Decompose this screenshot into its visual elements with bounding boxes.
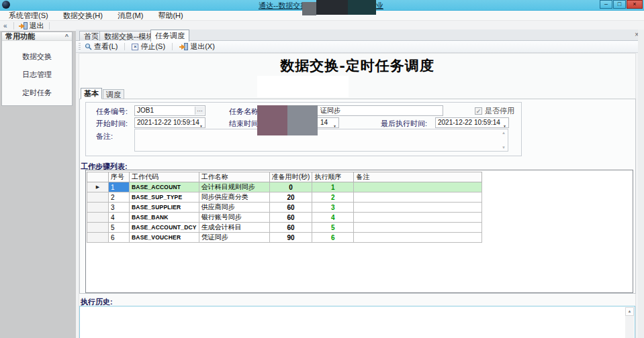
minimize-button[interactable]: – <box>600 0 612 9</box>
table-row[interactable]: 3 BASE_SUPPLIER 供应商同步 60 3 <box>87 203 482 213</box>
form-tab-schedule[interactable]: 调度 <box>103 89 124 99</box>
cell-prep[interactable]: 90 <box>269 233 312 243</box>
cell-code[interactable]: BASE_SUPPLIER <box>130 203 199 213</box>
col-prep[interactable]: 准备用时(秒) <box>269 172 312 182</box>
menu-data-exchange[interactable]: 数据交换(H) <box>56 11 110 21</box>
cell-name[interactable]: 会计科目规则同步 <box>199 182 269 192</box>
cell-remark[interactable] <box>354 213 482 223</box>
chevron-down-icon[interactable]: ▼ <box>333 121 336 128</box>
exit-door-icon <box>19 22 28 30</box>
last-exec-combo[interactable]: 2021-12-22 10:59:14 ▼ <box>435 117 509 128</box>
cell-code[interactable]: BASE_SUP_TYPE <box>130 192 199 203</box>
row-selector[interactable] <box>87 203 109 213</box>
history-textarea[interactable]: ▲ <box>79 306 635 338</box>
remark-textarea[interactable]: ▲ ▼ <box>134 129 508 152</box>
cell-no[interactable]: 3 <box>109 203 130 213</box>
table-row[interactable]: 4 BASE_BANK 银行账号同步 60 4 <box>87 213 482 223</box>
separator <box>13 22 14 30</box>
exit-button[interactable]: 退出(X) <box>175 42 219 52</box>
menu-message[interactable]: 消息(M) <box>110 11 151 21</box>
cell-order[interactable]: 4 <box>312 213 354 223</box>
cell-code[interactable]: BASE_BANK <box>130 213 199 223</box>
scroll-up-icon[interactable]: ▲ <box>502 131 506 135</box>
row-selector[interactable] <box>87 233 109 243</box>
disabled-checkbox[interactable]: ✓ 是否停用 <box>475 106 514 116</box>
cell-remark[interactable] <box>354 192 482 203</box>
redaction-block <box>257 76 349 97</box>
cell-remark[interactable] <box>354 203 482 213</box>
quick-exit-button[interactable]: 退出 <box>17 21 46 31</box>
cell-name[interactable]: 银行账号同步 <box>199 213 269 223</box>
form-tab-basic[interactable]: 基本 <box>81 88 102 99</box>
menu-system[interactable]: 系统管理(S) <box>1 11 56 21</box>
row-selector[interactable] <box>87 192 109 203</box>
cell-code[interactable]: BASE_ACCOUNT_DCY <box>130 223 199 233</box>
cell-prep[interactable]: 20 <box>269 192 312 203</box>
row-selector[interactable] <box>87 213 109 223</box>
scroll-up-icon[interactable]: ▲ <box>625 307 634 316</box>
cell-remark[interactable] <box>354 182 482 192</box>
sidebar-list: 数据交换 日志管理 定时任务 <box>2 48 72 102</box>
cell-prep[interactable]: 60 <box>269 203 312 213</box>
table-row[interactable]: 6 BASE_VOUCHER 凭证同步 90 6 <box>87 233 482 243</box>
window-right-edge <box>638 30 644 338</box>
cell-order[interactable]: 5 <box>312 223 354 233</box>
table-row[interactable]: 5 BASE_ACCOUNT_DCY 生成会计科目 60 5 <box>87 223 482 233</box>
cell-order[interactable]: 1 <box>312 182 354 192</box>
cell-remark[interactable] <box>354 233 482 243</box>
col-order[interactable]: 执行顺序 <box>312 172 354 182</box>
col-remark[interactable]: 备注 <box>354 172 482 182</box>
cell-no[interactable]: 2 <box>109 192 130 203</box>
menu-help[interactable]: 帮助(H) <box>150 11 190 21</box>
chevron-down-icon[interactable]: ▼ <box>199 121 203 128</box>
cell-order[interactable]: 6 <box>312 233 354 243</box>
close-button[interactable]: × <box>627 0 643 9</box>
cell-no[interactable]: 5 <box>109 223 130 233</box>
col-no[interactable]: 序号 <box>109 172 130 182</box>
cell-prep[interactable]: 0 <box>269 182 312 192</box>
cell-name[interactable]: 同步供应商分类 <box>199 192 269 203</box>
cell-prep[interactable]: 60 <box>269 223 312 233</box>
cell-no[interactable]: 1 <box>109 182 130 192</box>
sidebar-item-data-exchange[interactable]: 数据交换 <box>2 48 72 66</box>
search-icon <box>85 43 92 50</box>
cell-code[interactable]: BASE_ACCOUNT <box>130 182 199 192</box>
tab-task-schedule[interactable]: 任务调度 <box>150 30 189 42</box>
cell-order[interactable]: 2 <box>312 192 354 203</box>
cell-no[interactable]: 6 <box>109 233 130 243</box>
stop-button[interactable]: × 停止(S) <box>128 42 169 52</box>
task-no-input[interactable]: JOB1 … <box>134 105 205 116</box>
cell-order[interactable]: 3 <box>312 203 354 213</box>
sidebar-item-scheduled-task[interactable]: 定时任务 <box>2 84 72 102</box>
scrollbar[interactable]: ▲ <box>625 307 634 338</box>
cell-name[interactable]: 凭证同步 <box>199 233 269 243</box>
browse-button[interactable]: … <box>195 107 204 115</box>
app-icon <box>2 1 10 9</box>
table-row[interactable]: 2 BASE_SUP_TYPE 同步供应商分类 20 2 <box>87 192 482 203</box>
table-row[interactable]: ▶ 1 BASE_ACCOUNT 会计科目规则同步 0 1 <box>87 182 482 192</box>
panel-collapse-icon[interactable]: ^ <box>65 34 68 40</box>
start-time-value: 2021-12-22 10:59:14 <box>137 119 199 126</box>
sidebar-panel-header[interactable]: 常用功能 ^ <box>2 32 72 41</box>
chevron-down-icon[interactable]: ▼ <box>503 121 506 128</box>
sidebar-item-log-management[interactable]: 日志管理 <box>2 66 72 84</box>
cell-name[interactable]: 供应商同步 <box>199 203 269 213</box>
cell-remark[interactable] <box>354 223 482 233</box>
app-window: { "window": { "title": "通达--数据交换平", "tit… <box>0 0 644 338</box>
col-code[interactable]: 工作代码 <box>130 172 199 182</box>
start-time-combo[interactable]: 2021-12-22 10:59:14 ▼ <box>134 117 205 128</box>
view-button[interactable]: 查看(L) <box>81 42 122 52</box>
cell-name[interactable]: 生成会计科目 <box>199 223 269 233</box>
redaction-block <box>287 105 318 135</box>
cell-prep[interactable]: 60 <box>269 213 312 223</box>
col-name[interactable]: 工作名称 <box>199 172 269 182</box>
steps-header-row: 序号 工作代码 工作名称 准备用时(秒) 执行顺序 备注 <box>87 172 482 182</box>
row-selector[interactable] <box>87 223 109 233</box>
remark-label: 备注: <box>96 131 113 142</box>
cell-code[interactable]: BASE_VOUCHER <box>130 233 199 243</box>
view-button-label: 查看(L) <box>94 42 118 52</box>
collapse-sidebar-icon[interactable]: « <box>3 22 7 30</box>
scroll-down-icon[interactable]: ▼ <box>502 146 506 150</box>
maximize-button[interactable]: □ <box>613 0 626 9</box>
cell-no[interactable]: 4 <box>109 213 130 223</box>
